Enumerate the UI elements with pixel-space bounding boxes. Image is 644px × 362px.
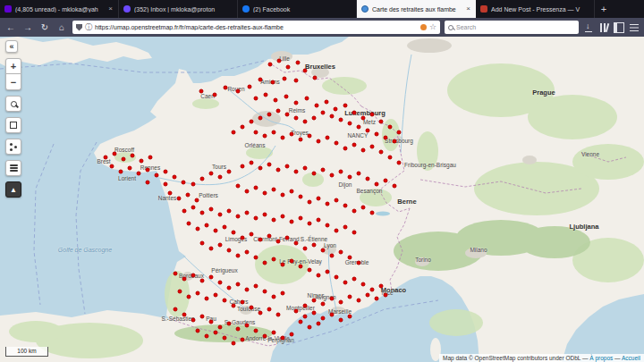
map-marker[interactable] (258, 78, 263, 82)
map-marker[interactable] (271, 80, 275, 85)
map-marker[interactable] (272, 130, 276, 135)
map-marker[interactable] (370, 113, 375, 117)
tab-umap-active[interactable]: Carte des retraites aux flambe × (357, 0, 476, 18)
map-marker[interactable] (236, 327, 241, 332)
map-marker[interactable] (379, 120, 384, 124)
map-marker[interactable] (245, 288, 250, 292)
map-marker[interactable] (191, 206, 196, 210)
map-marker[interactable] (236, 254, 241, 258)
map-marker[interactable] (218, 281, 223, 285)
map-marker[interactable] (343, 104, 348, 108)
map-marker[interactable] (196, 227, 200, 232)
layers-button[interactable] (5, 160, 21, 176)
map-marker[interactable] (177, 197, 182, 201)
map-marker[interactable] (343, 281, 348, 285)
map-search-button[interactable] (5, 96, 21, 112)
map-marker[interactable] (285, 113, 290, 117)
map-marker[interactable] (267, 307, 272, 312)
map-marker[interactable] (209, 247, 214, 251)
map-marker[interactable] (182, 277, 187, 282)
map-marker[interactable] (357, 261, 361, 265)
map-marker[interactable] (232, 130, 236, 135)
map-marker[interactable] (312, 243, 317, 248)
map-marker[interactable] (317, 218, 321, 223)
map-marker[interactable] (122, 157, 126, 162)
map-marker[interactable] (272, 188, 276, 192)
map-marker[interactable] (370, 288, 375, 292)
map-marker[interactable] (330, 173, 335, 178)
map-marker[interactable] (312, 299, 317, 303)
map-marker[interactable] (303, 247, 308, 251)
tab-proton-mail[interactable]: (352) Inbox | mkloka@proton (119, 0, 238, 18)
map-marker[interactable] (258, 311, 263, 316)
map-marker[interactable] (236, 215, 241, 219)
map-marker[interactable] (317, 139, 321, 144)
about-link[interactable]: À propos (589, 355, 613, 361)
home-button[interactable]: ⌂ (55, 23, 68, 32)
map-marker[interactable] (191, 318, 196, 323)
map-marker[interactable] (312, 172, 317, 176)
map-marker[interactable] (312, 311, 317, 316)
tracking-shield-icon[interactable] (76, 24, 82, 31)
map-marker[interactable] (313, 76, 318, 80)
map-marker[interactable] (294, 79, 299, 83)
map-marker[interactable] (348, 295, 352, 299)
site-info-icon[interactable]: ⓘ (85, 24, 92, 31)
map-marker[interactable] (343, 225, 348, 230)
map-marker[interactable] (254, 284, 258, 289)
map-marker[interactable] (276, 313, 281, 317)
map-marker[interactable] (119, 170, 123, 174)
map-marker[interactable] (303, 315, 308, 319)
map-marker[interactable] (209, 207, 214, 212)
map-marker[interactable] (321, 168, 326, 173)
map-marker[interactable] (361, 206, 366, 210)
map-marker[interactable] (254, 216, 258, 221)
map-marker[interactable] (224, 86, 228, 90)
library-icon[interactable] (598, 22, 609, 33)
map-marker[interactable] (330, 313, 335, 317)
url-text[interactable]: https://umap.openstreetmap.fr/fr/map/car… (95, 24, 418, 30)
map-marker[interactable] (348, 175, 352, 180)
close-tab-icon[interactable]: × (107, 5, 114, 13)
map-marker[interactable] (199, 89, 204, 94)
map-marker[interactable] (164, 170, 168, 174)
map-marker[interactable] (263, 261, 267, 265)
map-marker[interactable] (334, 107, 338, 112)
map-marker[interactable] (263, 191, 267, 196)
map-marker[interactable] (388, 156, 393, 160)
map-marker[interactable] (339, 318, 343, 323)
map-marker[interactable] (330, 297, 335, 301)
share-embed-button[interactable] (5, 139, 21, 155)
map-marker[interactable] (308, 222, 312, 226)
map-marker[interactable] (174, 272, 178, 276)
map-marker[interactable] (209, 320, 214, 324)
map-marker[interactable] (164, 182, 168, 187)
map-marker[interactable] (361, 282, 366, 287)
map-marker[interactable] (294, 170, 299, 174)
map-marker[interactable] (146, 181, 150, 185)
map-marker[interactable] (339, 250, 343, 255)
map-marker[interactable] (250, 306, 254, 310)
map-marker[interactable] (272, 331, 276, 335)
map-marker[interactable] (317, 274, 321, 278)
map-marker[interactable] (335, 229, 339, 233)
map-marker[interactable] (388, 125, 393, 130)
map-marker[interactable] (281, 263, 285, 267)
map-marker[interactable] (241, 236, 245, 240)
map-marker[interactable] (290, 333, 294, 337)
map-marker[interactable] (187, 222, 191, 226)
map-marker[interactable] (303, 69, 308, 73)
map-marker[interactable] (191, 182, 196, 187)
map-marker[interactable] (290, 132, 294, 137)
map-marker[interactable] (393, 184, 397, 189)
map-marker[interactable] (321, 302, 326, 307)
map-marker[interactable] (335, 198, 339, 203)
map-marker[interactable] (155, 173, 159, 178)
map-marker[interactable] (296, 61, 301, 65)
map-marker[interactable] (317, 322, 321, 326)
map-marker[interactable] (361, 116, 366, 121)
map-marker[interactable] (299, 195, 303, 199)
map-marker[interactable] (294, 101, 299, 105)
map-marker[interactable] (284, 95, 289, 99)
map-marker[interactable] (276, 168, 281, 173)
